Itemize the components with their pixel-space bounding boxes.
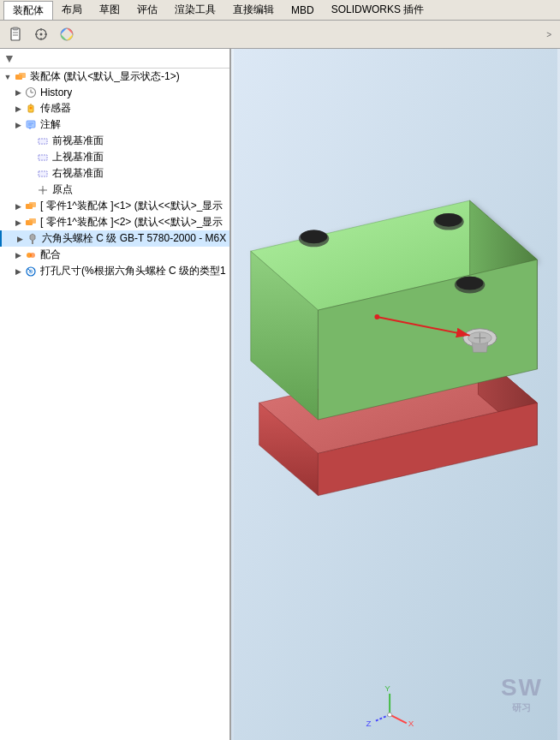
svg-rect-35 — [29, 218, 36, 224]
tree-item-annotation[interactable]: ▶ 注解 — [0, 116, 229, 133]
tree-label-hole: 打孔尺寸(%根据六角头螺栓 C 级的类型1 — [40, 264, 226, 278]
toolbar-area: > — [0, 21, 560, 49]
toolbar-btn-crosshair[interactable] — [29, 23, 53, 45]
right-plane-icon — [36, 167, 50, 181]
tree-expand-top-plane — [24, 152, 36, 164]
tree-item-bolt[interactable]: ▶ 六角头螺栓 C 级 GB-T 5780-2000 - M6X — [0, 230, 229, 247]
bolt-icon — [26, 232, 39, 246]
viewport-panel[interactable]: X Y Z SW 研习 — [231, 49, 560, 740]
sw-watermark: SW 研习 — [501, 674, 543, 714]
tree-item-front-plane[interactable]: 前视基准面 — [0, 133, 229, 149]
menu-item-direct-edit[interactable]: 直接编辑 — [224, 1, 283, 19]
tree-expand-right-plane — [24, 168, 36, 180]
tree-expand-front-plane — [24, 135, 36, 147]
front-plane-icon — [36, 134, 50, 148]
main-area: ▼ ▼ 装配体 (默认<默认_显示状态-1>) ▶ — [0, 49, 560, 740]
mate-icon — [24, 248, 38, 262]
tree-label-right-plane: 右视基准面 — [52, 166, 104, 181]
tree-item-hole[interactable]: ▶ 打孔尺寸(%根据六角头螺栓 C 级的类型1 — [0, 263, 229, 279]
tree-root-assembly[interactable]: ▼ 装配体 (默认<默认_显示状态-1>) — [0, 69, 229, 85]
feature-tree-panel: ▼ ▼ 装配体 (默认<默认_显示状态-1>) ▶ — [0, 49, 231, 740]
svg-marker-22 — [28, 128, 32, 129]
tree-area[interactable]: ▼ 装配体 (默认<默认_显示状态-1>) ▶ — [0, 69, 229, 740]
filter-bar: ▼ — [0, 49, 229, 69]
tree-item-part1-inst2[interactable]: ▶ [ 零件1^装配体 ]<2> (默认<<默认>_显示 — [0, 214, 229, 230]
tree-label-part1-inst2: [ 零件1^装配体 ]<2> (默认<<默认>_显示 — [40, 215, 223, 230]
menu-bar: 装配体 布局 草图 评估 渲染工具 直接编辑 MBD SOLIDWORKS 插件 — [0, 0, 560, 21]
tree-item-history[interactable]: ▶ History — [0, 85, 229, 100]
svg-point-57 — [456, 277, 483, 290]
sw-symbol: SW — [501, 674, 543, 701]
tree-expand-assembly[interactable]: ▼ — [2, 71, 14, 83]
sensor-icon — [24, 102, 38, 116]
svg-rect-26 — [39, 155, 47, 160]
tree-expand-history[interactable]: ▶ — [12, 87, 24, 98]
svg-point-39 — [30, 253, 35, 258]
svg-text:X: X — [408, 719, 414, 728]
tree-expand-bolt[interactable]: ▶ — [14, 233, 26, 245]
toolbar-expand-chevron[interactable]: > — [541, 28, 557, 41]
svg-rect-12 — [19, 73, 26, 78]
menu-item-sketch[interactable]: 草图 — [91, 1, 128, 19]
svg-marker-36 — [30, 234, 35, 241]
toolbar-btn-clipboard[interactable] — [3, 23, 27, 45]
viewport-svg: X Y Z — [231, 49, 560, 740]
tree-label-annotation: 注解 — [40, 117, 61, 132]
menu-item-solidworks-plugins[interactable]: SOLIDWORKS 插件 — [323, 1, 433, 19]
svg-point-9 — [40, 33, 43, 36]
svg-rect-28 — [39, 171, 47, 176]
svg-text:Y: Y — [384, 683, 390, 693]
tree-label-part1-inst1: [ 零件1^装配体 ]<1> (默认<<默认>_显示 — [40, 199, 223, 213]
top-plane-icon — [36, 151, 50, 164]
tree-item-origin[interactable]: 原点 — [0, 182, 229, 198]
tree-label-origin: 原点 — [52, 182, 73, 197]
tree-expand-mate[interactable]: ▶ — [12, 249, 24, 261]
tree-expand-part1-inst1[interactable]: ▶ — [12, 200, 24, 212]
tree-label-top-plane: 上视基准面 — [52, 150, 104, 164]
menu-item-mbd[interactable]: MBD — [283, 3, 323, 18]
filter-icon: ▼ — [3, 51, 15, 65]
part1-inst1-icon — [24, 200, 38, 213]
svg-point-53 — [301, 230, 327, 244]
history-icon — [24, 86, 38, 99]
hole-icon — [24, 265, 38, 278]
tree-expand-sensor[interactable]: ▶ — [12, 103, 24, 115]
tree-expand-hole[interactable]: ▶ — [12, 266, 24, 278]
tree-label-bolt: 六角头螺栓 C 级 GB-T 5780-2000 - M6X — [42, 231, 226, 246]
part1-inst2-icon — [24, 216, 38, 230]
tree-label-mate: 配合 — [40, 248, 61, 262]
tree-expand-part1-inst2[interactable]: ▶ — [12, 217, 24, 229]
svg-point-17 — [30, 106, 33, 109]
tree-item-right-plane[interactable]: 右视基准面 — [0, 165, 229, 182]
tree-item-sensor[interactable]: ▶ 传感器 — [0, 100, 229, 116]
svg-point-55 — [435, 213, 462, 227]
sw-subtitle: 研习 — [512, 701, 531, 714]
svg-rect-19 — [27, 121, 35, 128]
origin-icon — [36, 183, 50, 197]
svg-point-65 — [374, 314, 379, 319]
toolbar-row: > — [0, 21, 560, 48]
menu-item-assembly[interactable]: 装配体 — [3, 1, 53, 20]
annotation-icon — [24, 118, 38, 132]
tree-expand-origin — [24, 184, 36, 196]
toolbar-btn-color[interactable] — [55, 23, 79, 45]
tree-item-top-plane[interactable]: 上视基准面 — [0, 149, 229, 165]
assembly-icon — [14, 70, 27, 84]
svg-rect-24 — [39, 139, 47, 144]
svg-point-31 — [42, 188, 45, 191]
tree-expand-annotation[interactable]: ▶ — [12, 119, 24, 131]
menu-item-evaluate[interactable]: 评估 — [128, 1, 166, 19]
svg-rect-37 — [32, 241, 33, 244]
svg-rect-33 — [29, 202, 36, 207]
tree-label-front-plane: 前视基准面 — [52, 134, 104, 148]
tree-label-history: History — [40, 87, 72, 98]
svg-text:Z: Z — [366, 719, 372, 728]
svg-point-72 — [388, 713, 392, 717]
menu-item-layout[interactable]: 布局 — [53, 1, 91, 19]
menu-item-render[interactable]: 渲染工具 — [166, 1, 224, 19]
tree-item-mate[interactable]: ▶ 配合 — [0, 247, 229, 263]
tree-root-label: 装配体 (默认<默认_显示状态-1>) — [30, 69, 180, 84]
tree-label-sensor: 传感器 — [40, 101, 71, 116]
tree-item-part1-inst1[interactable]: ▶ [ 零件1^装配体 ]<1> (默认<<默认>_显示 — [0, 198, 229, 214]
svg-rect-1 — [13, 27, 18, 30]
